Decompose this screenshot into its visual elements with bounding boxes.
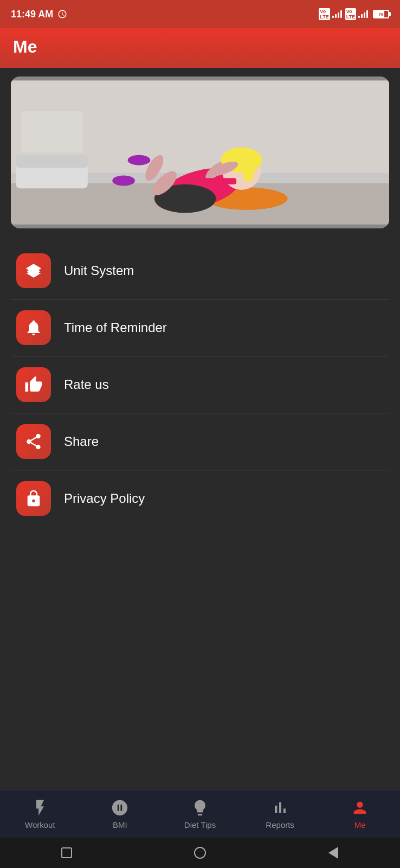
page-header: Me <box>0 28 400 68</box>
scale-icon <box>24 261 43 280</box>
page-title: Me <box>13 37 387 57</box>
svg-point-12 <box>112 176 135 186</box>
svg-rect-3 <box>21 111 82 152</box>
bulb-icon <box>191 799 209 817</box>
nav-item-bmi[interactable]: BMI <box>80 799 160 829</box>
bolt-icon <box>31 799 49 817</box>
unit-system-icon-wrap <box>16 253 51 288</box>
share-icon-wrap <box>16 424 51 459</box>
chart-icon <box>271 799 289 817</box>
thumbsup-icon <box>24 375 43 394</box>
battery-indicator: 76 <box>373 10 389 18</box>
bmi-icon <box>111 799 129 817</box>
privacy-label: Privacy Policy <box>64 491 145 506</box>
hero-image <box>11 76 389 228</box>
me-nav-label: Me <box>354 820 366 829</box>
back-arrow-icon <box>328 847 338 859</box>
unit-system-label: Unit System <box>64 263 134 278</box>
menu-item-privacy[interactable]: Privacy Policy <box>11 470 389 527</box>
menu-list: Unit System Time of Reminder Rate us Sha… <box>0 237 400 532</box>
svg-point-11 <box>128 155 151 165</box>
nav-item-me[interactable]: Me <box>320 799 400 829</box>
svg-rect-18 <box>195 178 236 184</box>
workout-nav-icon <box>31 799 49 817</box>
menu-item-reminder[interactable]: Time of Reminder <box>11 299 389 356</box>
signal-block-1: VoLTE <box>319 8 341 20</box>
system-nav-bar <box>0 838 400 868</box>
menu-item-rate-us[interactable]: Rate us <box>11 356 389 413</box>
reports-nav-icon <box>271 799 289 817</box>
menu-item-unit-system[interactable]: Unit System <box>11 242 389 299</box>
privacy-icon-wrap <box>16 481 51 516</box>
square-icon <box>61 847 72 858</box>
back-button[interactable] <box>322 842 344 864</box>
time-text: 11:49 AM <box>11 9 53 20</box>
share-icon <box>24 432 43 451</box>
status-time: 11:49 AM <box>11 9 67 20</box>
svg-rect-5 <box>16 155 87 168</box>
diet-nav-label: Diet Tips <box>184 820 216 829</box>
bottom-nav: Workout BMI Diet Tips Reports <box>0 790 400 838</box>
circle-icon <box>194 847 206 859</box>
bmi-nav-label: BMI <box>113 820 127 829</box>
home-button[interactable] <box>189 842 211 864</box>
nav-item-reports[interactable]: Reports <box>240 799 320 829</box>
share-label: Share <box>64 434 99 449</box>
recent-apps-button[interactable] <box>56 842 78 864</box>
bmi-nav-icon <box>111 799 129 817</box>
reminder-icon-wrap <box>16 310 51 345</box>
menu-item-share[interactable]: Share <box>11 413 389 470</box>
hero-image-container <box>0 68 400 237</box>
reminder-label: Time of Reminder <box>64 320 167 335</box>
status-bar: 11:49 AM VoLTE VoLTE 76 <box>0 0 400 28</box>
nav-item-workout[interactable]: Workout <box>0 799 80 829</box>
diet-nav-icon <box>191 799 209 817</box>
lock-icon <box>24 489 43 508</box>
nav-item-diet-tips[interactable]: Diet Tips <box>160 799 240 829</box>
workout-nav-label: Workout <box>25 820 55 829</box>
hero-illustration <box>11 76 389 228</box>
alarm-icon <box>57 9 67 19</box>
rate-us-label: Rate us <box>64 377 109 392</box>
signal-block-2: VoLTE <box>345 8 368 20</box>
me-nav-icon <box>351 799 369 817</box>
bell-icon <box>24 318 43 337</box>
rate-icon-wrap <box>16 367 51 402</box>
status-right: VoLTE VoLTE 76 <box>319 8 389 20</box>
battery-text: 76 <box>374 12 388 17</box>
person-icon <box>351 799 369 817</box>
reports-nav-label: Reports <box>266 820 294 829</box>
